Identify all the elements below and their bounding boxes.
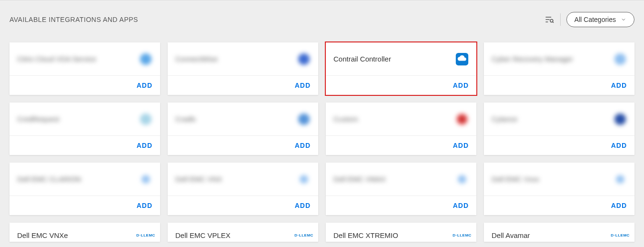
- card-footer: ADD: [10, 75, 160, 95]
- integration-card: Dell EMC XTREMIO D◦LLEMC: [326, 223, 476, 242]
- integration-icon: D◦LLEMC: [614, 228, 627, 242]
- integration-name: Cylance: [492, 115, 517, 123]
- integration-card: Dell EMC VNX ADD: [168, 163, 318, 215]
- section-title: AVAILABLE INTEGRATIONS AND APPS: [10, 16, 138, 23]
- integration-name: Dell Avamar: [492, 231, 530, 239]
- integration-icon: D◦LLEMC: [139, 228, 152, 242]
- svg-point-3: [550, 20, 553, 22]
- filter-icon[interactable]: [544, 14, 554, 25]
- integration-card: Citrix Cloud VDA Service ADD: [10, 42, 160, 95]
- integration-card: Contrail Controller ADD: [326, 42, 476, 95]
- integration-name: ConnectWise: [175, 55, 218, 63]
- integration-card: Dell Avamar D◦LLEMC: [484, 223, 634, 242]
- integration-name: Citrix Cloud VDA Service: [17, 55, 96, 63]
- card-footer: ADD: [484, 75, 634, 95]
- card-footer: ADD: [10, 135, 160, 155]
- integration-icon: [455, 52, 469, 66]
- add-button[interactable]: ADD: [611, 202, 627, 209]
- integration-card: Custom ADD: [326, 103, 476, 155]
- svg-line-4: [553, 22, 553, 23]
- add-button[interactable]: ADD: [295, 142, 311, 149]
- add-button[interactable]: ADD: [137, 82, 152, 89]
- integration-card: Dell EMC Vxxx ADD: [484, 163, 634, 215]
- card-footer: ADD: [168, 135, 318, 155]
- integration-icon: [139, 52, 152, 66]
- card-header: Dell EMC VNX: [168, 163, 318, 196]
- card-footer: ADD: [326, 75, 476, 95]
- integration-card: Cyber Recovery Manager ADD: [484, 42, 634, 95]
- integration-card: Cylance ADD: [484, 103, 634, 155]
- card-header: Dell EMC VNXe D◦LLEMC: [10, 223, 160, 242]
- integration-name: Dell EMC Vxxx: [492, 175, 539, 183]
- card-header: ConnectWise: [168, 42, 318, 75]
- add-button[interactable]: ADD: [611, 82, 627, 89]
- add-button[interactable]: ADD: [137, 142, 152, 149]
- add-button[interactable]: ADD: [137, 202, 152, 209]
- card-header: Dell EMC XTREMIO D◦LLEMC: [326, 223, 476, 242]
- integration-name: Dell EMC VMAX: [333, 175, 386, 183]
- integration-icon: [297, 113, 311, 126]
- integration-card: CredRequest ADD: [10, 103, 160, 155]
- card-header: Dell EMC VPLEX D◦LLEMC: [168, 223, 318, 242]
- integration-icon: [614, 113, 627, 126]
- integration-name: Dell EMC XTREMIO: [333, 231, 398, 239]
- category-filter-button[interactable]: All Categories: [566, 12, 634, 27]
- add-button[interactable]: ADD: [453, 202, 469, 209]
- integration-name: Cradlx: [175, 115, 196, 123]
- card-header: Dell EMC VMAX: [326, 163, 476, 196]
- integration-card: Cradlx ADD: [168, 103, 318, 155]
- card-header: Contrail Controller: [326, 42, 476, 75]
- integration-card: Dell EMC CLARION ADD: [10, 163, 160, 215]
- integrations-grid: Citrix Cloud VDA Service ADD ConnectWise…: [0, 32, 644, 247]
- integration-icon: [455, 113, 469, 126]
- integration-name: Custom: [333, 115, 358, 123]
- integration-card: Dell EMC VPLEX D◦LLEMC: [168, 223, 318, 242]
- card-footer: ADD: [168, 75, 318, 95]
- integration-card: Dell EMC VNXe D◦LLEMC: [10, 223, 160, 242]
- integration-icon: [297, 52, 311, 66]
- card-footer: ADD: [168, 196, 318, 215]
- integration-icon: D◦LLEMC: [297, 228, 311, 242]
- card-footer: ADD: [484, 135, 634, 155]
- integration-name: Dell EMC VNXe: [17, 231, 68, 239]
- card-header: Cradlx: [168, 103, 318, 135]
- add-button[interactable]: ADD: [453, 82, 469, 89]
- card-footer: ADD: [326, 196, 476, 215]
- card-footer: ADD: [484, 196, 634, 215]
- integration-name: Cyber Recovery Manager: [492, 55, 573, 63]
- integration-icon: [455, 173, 469, 186]
- integration-icon: [297, 173, 311, 186]
- integration-name: Contrail Controller: [333, 55, 391, 63]
- integration-icon: [139, 113, 152, 126]
- section-header: AVAILABLE INTEGRATIONS AND APPS All Cate…: [0, 0, 644, 32]
- integration-name: Dell EMC VPLEX: [175, 231, 231, 239]
- integration-icon: D◦LLEMC: [455, 228, 469, 242]
- add-button[interactable]: ADD: [453, 142, 469, 149]
- integration-name: Dell EMC CLARION: [17, 175, 81, 183]
- category-filter-label: All Categories: [574, 16, 616, 23]
- add-button[interactable]: ADD: [295, 202, 311, 209]
- add-button[interactable]: ADD: [611, 142, 627, 149]
- card-header: Custom: [326, 103, 476, 135]
- integration-icon: [614, 52, 627, 66]
- card-header: Cyber Recovery Manager: [484, 42, 634, 75]
- header-controls: All Categories: [544, 12, 634, 27]
- integration-name: CredRequest: [17, 115, 59, 123]
- card-header: Dell EMC CLARION: [10, 163, 160, 196]
- card-footer: ADD: [10, 196, 160, 215]
- card-header: Dell Avamar D◦LLEMC: [484, 223, 634, 242]
- integration-card: ConnectWise ADD: [168, 42, 318, 95]
- integration-name: Dell EMC VNX: [175, 175, 222, 183]
- integration-icon: [614, 173, 627, 186]
- card-header: CredRequest: [10, 103, 160, 135]
- integration-icon: [139, 173, 152, 186]
- add-button[interactable]: ADD: [295, 82, 311, 89]
- card-header: Cylance: [484, 103, 634, 135]
- divider: [560, 13, 561, 26]
- card-header: Dell EMC Vxxx: [484, 163, 634, 196]
- card-footer: ADD: [326, 135, 476, 155]
- chevron-down-icon: [621, 17, 626, 22]
- card-header: Citrix Cloud VDA Service: [10, 42, 160, 75]
- integration-card: Dell EMC VMAX ADD: [326, 163, 476, 215]
